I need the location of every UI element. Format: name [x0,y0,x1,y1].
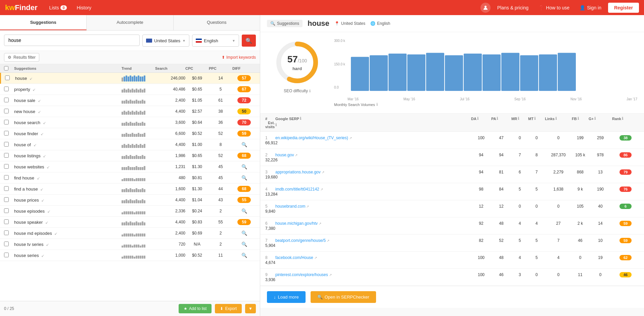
bar-chart-bar [407,54,425,91]
row-checkbox[interactable] [4,197,9,202]
row-checkbox[interactable] [4,164,9,169]
row-checkbox[interactable] [4,175,9,180]
table-row[interactable]: house prices ↙ 4,400 $1.04 43 55 [0,195,260,206]
trend-bar [134,245,135,248]
table-row[interactable]: house listings ↙ 1,986 $0.65 52 68 [0,150,260,161]
select-all-checkbox[interactable] [4,66,8,70]
serp-table-row[interactable]: 9 pinterest.com/explore/houses ↗ 100 46 … [260,269,644,286]
trend-bar [130,167,131,170]
serp-gplus: 13 [589,170,612,174]
row-checkbox[interactable] [4,87,9,91]
trend-bar [128,89,129,93]
row-checkbox[interactable] [5,75,10,80]
trend-bar [140,256,141,259]
trend-bar [122,234,123,236]
table-row[interactable]: house finder ↙ 6,600 $0.52 52 59 [0,128,260,139]
search-volume: 4,400 [155,142,185,147]
serp-table-row[interactable]: 2 house.gov ↗ 94 94 7 8 287,370 105 k 97… [260,149,644,166]
tab-autocomplete[interactable]: Autocomplete [87,15,173,30]
table-row[interactable]: house md episodes ↙ 2,400 $0.69 2 🔍 [0,228,260,239]
add-to-list-button[interactable]: ★ Add to list [179,304,212,313]
serp-gplus: 19 [589,255,612,260]
row-checkbox[interactable] [4,120,9,124]
table-row[interactable]: house of ↙ 4,400 $1.00 8 🔍 [0,139,260,150]
serp-url[interactable]: house.gov ↗ [275,153,471,157]
trend-bar [142,167,143,170]
register-button[interactable]: Register [608,3,639,13]
diff-badge: 55 [237,197,251,203]
table-row[interactable]: house ↙ 246,000 $0.69 14 57 [0,73,260,84]
table-row[interactable]: house tv series ↙ 720 N/A 2 🔍 [0,239,260,250]
row-checkbox[interactable] [4,219,9,224]
export-more-button[interactable]: ▼ [245,304,256,313]
row-checkbox[interactable] [4,186,9,191]
serp-url[interactable]: house.michigan.gov/htv ↗ [275,221,471,226]
row-checkbox[interactable] [4,98,9,102]
row-checkbox[interactable] [4,242,9,246]
filter-button[interactable]: ⚙ Results filter [4,53,39,62]
sign-in-link[interactable]: 👤 Sign in [576,5,605,10]
row-checkbox[interactable] [4,208,9,213]
trend-bar [128,111,129,115]
logo[interactable]: kwFinder [5,3,38,12]
bar-chart-title: Monthly Search Volumes ℹ [334,102,637,107]
import-keywords-link[interactable]: ⬆ Import keywords [222,55,256,60]
table-row[interactable]: find house ↙ 480 $0.81 45 🔍 [0,172,260,183]
table-row[interactable]: house series ↙ 1,000 $0.52 11 🔍 [0,250,260,261]
serp-table-row[interactable]: 3 appropriations.house.gov ↗ 94 81 6 7 2… [260,166,644,183]
row-checkbox[interactable] [4,253,9,257]
table-row[interactable]: house websites ↙ 1,231 $1.30 45 🔍 [0,161,260,172]
ppc-value: 2 [209,209,232,213]
serp-table-row[interactable]: 5 housebrand.com ↗ 12 12 0 0 0 105 40 6 … [260,200,644,217]
diff-cell: 🔍 [232,242,256,247]
serp-pa: 48 [491,221,511,226]
trend-bar [132,233,133,236]
load-more-button[interactable]: ↓ Load more [267,291,306,303]
trend-bar [124,156,125,159]
table-row[interactable]: property ↙ 40,486 $0.65 5 67 [0,84,260,95]
diff-cell: 59 [232,130,256,137]
serp-url[interactable]: beatport.com/genre/house/5 ↗ [275,238,471,243]
country-select[interactable]: United States ▼ [142,35,189,47]
export-button[interactable]: ⬇ Export [215,304,242,313]
trend-bars [122,130,155,137]
table-row[interactable]: house speaker ↙ 4,400 $0.83 55 59 [0,217,260,228]
language-select[interactable]: English ▼ [192,35,239,47]
trend-bars [122,75,155,82]
serp-row-num: 6 [265,221,275,226]
serp-table-row[interactable]: 4 imdb.com/title/tt0412142 ↗ 98 84 5 5 1… [260,183,644,200]
serp-url[interactable]: appropriations.house.gov ↗ [275,170,471,174]
serp-table-row[interactable]: 1 en.wikipedia.org/wiki/House_(TV_series… [260,132,644,149]
table-row[interactable]: new house ↙ 4,400 $2.57 38 50 [0,106,260,117]
serp-url[interactable]: pinterest.com/explore/houses ↗ [275,272,471,277]
serp-fb: 9 k [572,187,589,192]
serp-url[interactable]: en.wikipedia.org/wiki/House_(TV_series) … [275,136,471,140]
row-checkbox[interactable] [4,131,9,136]
how-to-use-link[interactable]: ❓ How to use [535,5,573,10]
search-button[interactable]: 🔍 [242,35,256,47]
table-row[interactable]: house episodes ↙ 2,336 $0.24 2 🔍 [0,206,260,217]
trend-bars [122,174,155,181]
serp-url[interactable]: imdb.com/title/tt0412142 ↗ [275,187,471,192]
serp-table-row[interactable]: 6 house.michigan.gov/htv ↗ 92 48 4 4 27 … [260,217,644,234]
open-serp-button[interactable]: 🔍 Open in SERPChecker [311,291,376,303]
row-checkbox[interactable] [4,153,9,158]
serp-table-row[interactable]: 8 facebook.com/House ↗ 100 48 4 5 4 0 19… [260,252,644,269]
tab-suggestions[interactable]: Suggestions [0,15,87,30]
table-row[interactable]: find a house ↙ 1,600 $1.30 44 68 [0,183,260,195]
row-checkbox[interactable] [4,142,9,147]
serp-url[interactable]: facebook.com/House ↗ [275,255,471,260]
table-row[interactable]: house sale ↙ 2,400 $1.05 61 72 [0,95,260,106]
history-nav-item[interactable]: History [72,0,97,15]
search-input[interactable] [4,35,140,46]
row-checkbox[interactable] [4,109,9,113]
tab-questions[interactable]: Questions [174,15,260,30]
table-row[interactable]: house search ↙ 3,600 $0.64 36 70 [0,117,260,128]
plans-pricing-link[interactable]: Plans & pricing [494,5,532,10]
row-checkbox[interactable] [4,230,9,235]
lists-nav-item[interactable]: Lists 0 [44,0,72,15]
trend-bar [138,167,139,170]
trend-bar [124,256,125,259]
serp-url[interactable]: housebrand.com ↗ [275,204,471,209]
serp-table-row[interactable]: 7 beatport.com/genre/house/5 ↗ 82 52 5 5… [260,234,644,252]
